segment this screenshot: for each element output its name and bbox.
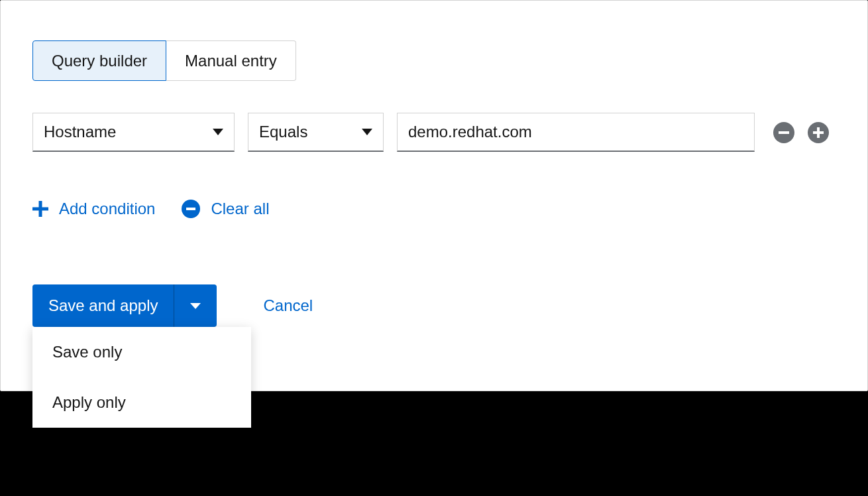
cancel-button[interactable]: Cancel [263, 296, 313, 315]
caret-down-icon [213, 129, 223, 135]
clear-all-label: Clear all [211, 200, 269, 218]
clear-all-link[interactable]: Clear all [182, 200, 269, 218]
save-and-apply-button[interactable]: Save and apply [32, 284, 174, 327]
add-condition-link[interactable]: Add condition [32, 200, 155, 218]
query-panel: Query builder Manual entry Hostname Equa… [0, 0, 868, 391]
tab-manual-entry[interactable]: Manual entry [166, 40, 296, 81]
field-select-value: Hostname [44, 123, 116, 141]
dropdown-item-save-only[interactable]: Save only [32, 327, 251, 377]
caret-down-icon [190, 303, 201, 309]
minus-icon [779, 131, 789, 134]
dropdown-item-apply-only[interactable]: Apply only [32, 377, 251, 428]
split-button: Save and apply Save only Apply only [32, 284, 217, 327]
field-select[interactable]: Hostname [32, 113, 235, 152]
add-condition-button[interactable] [808, 122, 829, 143]
plus-icon [32, 201, 48, 217]
minus-circle-icon [182, 200, 200, 218]
value-input[interactable] [397, 113, 755, 152]
action-links: Add condition Clear all [32, 200, 836, 218]
operator-select-value: Equals [259, 123, 307, 141]
add-condition-label: Add condition [59, 200, 155, 218]
button-row: Save and apply Save only Apply only Canc… [32, 284, 836, 327]
dropdown-menu: Save only Apply only [32, 327, 251, 428]
remove-condition-button[interactable] [773, 122, 794, 143]
dropdown-toggle-button[interactable] [174, 284, 217, 327]
condition-row: Hostname Equals [32, 113, 836, 152]
caret-down-icon [362, 129, 372, 135]
row-actions [773, 122, 829, 143]
operator-select[interactable]: Equals [248, 113, 384, 152]
tab-group: Query builder Manual entry [32, 40, 836, 81]
tab-query-builder[interactable]: Query builder [32, 40, 166, 81]
